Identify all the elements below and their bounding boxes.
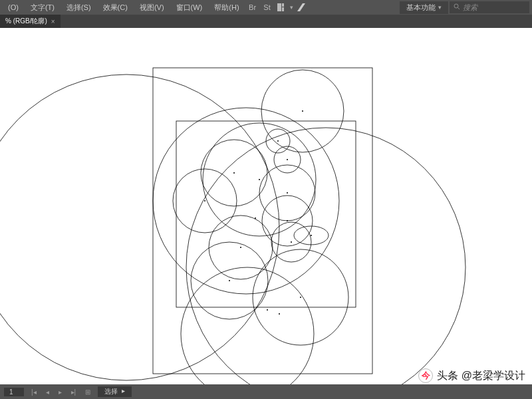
stock-icon[interactable]: St [261, 1, 274, 13]
svg-point-32 [291, 241, 292, 243]
menu-view[interactable]: 视图(V) [134, 1, 170, 14]
artboard-number[interactable]: 1 [4, 388, 24, 396]
svg-point-33 [311, 235, 312, 236]
svg-point-28 [233, 172, 235, 174]
svg-point-22 [186, 128, 466, 384]
close-icon[interactable]: × [51, 18, 55, 25]
svg-rect-5 [153, 68, 372, 374]
svg-point-36 [300, 297, 301, 298]
menu-object[interactable]: (O) [3, 2, 24, 13]
chevron-down-icon: ▾ [290, 4, 293, 11]
next-artboard-icon[interactable]: ▸ [57, 388, 64, 396]
artwork-svg [0, 28, 532, 384]
svg-point-29 [204, 200, 205, 201]
canvas[interactable] [0, 28, 532, 384]
svg-point-34 [240, 247, 241, 248]
search-icon [454, 3, 460, 11]
menu-bar: (O) 文字(T) 选择(S) 效果(C) 视图(V) 窗口(W) 帮助(H) … [0, 0, 532, 15]
document-tab[interactable]: % (RGB/轮廓) × [0, 15, 61, 28]
svg-rect-2 [282, 7, 284, 11]
svg-point-10 [153, 108, 339, 294]
bridge-icon[interactable]: Br [246, 1, 259, 13]
svg-point-39 [279, 313, 280, 315]
svg-point-26 [287, 159, 288, 160]
svg-point-31 [287, 220, 288, 221]
menu-type[interactable]: 文字(T) [25, 1, 60, 14]
artboard-nav-icon[interactable]: ⊞ [83, 388, 92, 396]
svg-rect-0 [277, 3, 281, 11]
svg-point-23 [0, 74, 279, 380]
svg-rect-1 [282, 3, 284, 7]
last-artboard-icon[interactable]: ▸| [69, 388, 78, 396]
menu-help[interactable]: 帮助(H) [209, 1, 244, 14]
document-tab-label: % (RGB/轮廓) [5, 17, 47, 26]
workspace-switcher[interactable]: 基本功能 ▾ [400, 1, 448, 14]
svg-point-3 [454, 4, 458, 8]
svg-point-37 [255, 217, 256, 219]
prev-artboard-icon[interactable]: ◂ [44, 388, 51, 396]
menu-effect[interactable]: 效果(C) [98, 1, 133, 14]
feather-icon[interactable] [295, 1, 308, 13]
arrange-icon[interactable] [275, 1, 289, 13]
svg-point-30 [287, 192, 288, 194]
svg-point-27 [259, 179, 260, 180]
menu-window[interactable]: 窗口(W) [171, 1, 208, 14]
chevron-down-icon: ▾ [438, 4, 442, 11]
document-tab-bar: % (RGB/轮廓) × [0, 15, 532, 28]
chevron-right-icon: ▸ [122, 387, 125, 396]
menu-select[interactable]: 选择(S) [61, 1, 96, 14]
svg-point-38 [267, 309, 268, 311]
workspace-label: 基本功能 [406, 3, 436, 13]
search-input[interactable]: 搜索 [450, 1, 529, 13]
svg-point-24 [302, 110, 303, 112]
svg-line-4 [458, 8, 460, 10]
tool-label: 选择 [104, 387, 118, 396]
svg-point-35 [229, 280, 230, 281]
svg-point-21 [181, 267, 314, 384]
current-tool-display[interactable]: 选择 ▸ [98, 386, 132, 397]
search-placeholder: 搜索 [463, 3, 477, 13]
svg-rect-6 [176, 121, 356, 307]
status-bar: 1 |◂ ◂ ▸ ▸| ⊞ 选择 ▸ [0, 384, 532, 399]
first-artboard-icon[interactable]: |◂ [29, 388, 39, 396]
svg-point-25 [277, 140, 279, 142]
